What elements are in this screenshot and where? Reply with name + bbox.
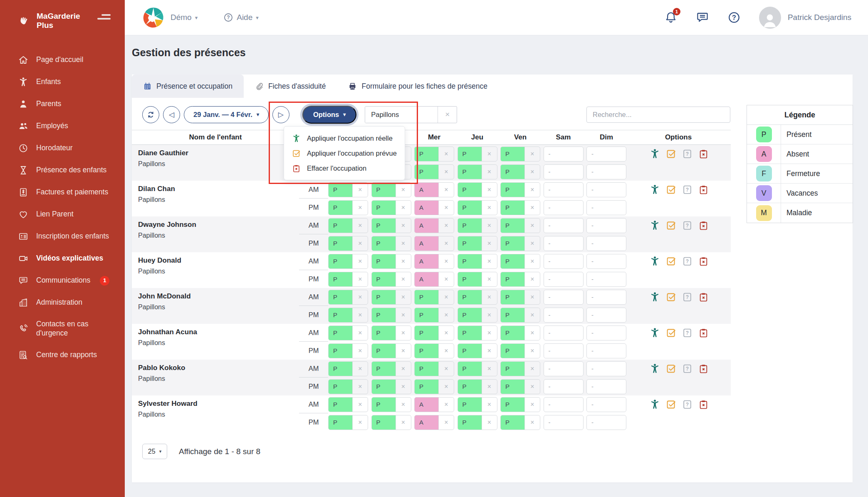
attendance-cell-empty[interactable]: - xyxy=(586,308,626,323)
clear-attendance-icon[interactable]: × xyxy=(352,326,368,340)
clear-filter-icon[interactable]: × xyxy=(438,107,457,123)
attendance-value[interactable]: P xyxy=(458,290,482,304)
question-box-icon[interactable]: ? xyxy=(682,149,692,159)
attendance-cell-empty[interactable]: - xyxy=(586,182,626,197)
date-range-button[interactable]: 29 Janv. — 4 Févr. ▾ xyxy=(184,106,269,123)
apply-real-occupation-icon[interactable] xyxy=(650,149,660,159)
attendance-cell-empty[interactable]: - xyxy=(544,361,584,376)
clear-attendance-icon[interactable]: × xyxy=(438,415,454,430)
attendance-cell-empty[interactable]: - xyxy=(544,200,584,215)
attendance-value[interactable]: A xyxy=(415,398,438,412)
attendance-value[interactable]: P xyxy=(372,380,396,394)
attendance-value[interactable]: P xyxy=(501,380,524,394)
attendance-value[interactable]: A xyxy=(415,415,438,430)
attendance-value[interactable]: P xyxy=(329,398,352,412)
sidebar-item-presence-des-enfants[interactable]: Présence des enfants xyxy=(0,159,125,181)
attendance-value[interactable]: P xyxy=(501,272,524,286)
sidebar-item-employes[interactable]: Employés xyxy=(0,115,125,137)
attendance-cell-empty[interactable]: - xyxy=(586,164,626,179)
attendance-cell-empty[interactable]: - xyxy=(544,379,584,394)
attendance-value[interactable]: P xyxy=(415,290,438,304)
attendance-value[interactable]: P xyxy=(458,326,482,340)
app-logo-icon[interactable] xyxy=(142,6,165,29)
clear-attendance-icon[interactable]: × xyxy=(524,398,540,412)
attendance-cell-empty[interactable]: - xyxy=(544,236,584,251)
clear-attendance-icon[interactable]: × xyxy=(396,254,411,268)
attendance-cell-empty[interactable]: - xyxy=(544,272,584,287)
attendance-cell-empty[interactable]: - xyxy=(544,290,584,305)
clear-attendance-icon[interactable]: × xyxy=(482,326,497,340)
clear-attendance-icon[interactable]: × xyxy=(524,147,540,161)
clear-attendance-icon[interactable]: × xyxy=(482,362,497,376)
attendance-value[interactable]: P xyxy=(329,380,352,394)
attendance-cell-empty[interactable]: - xyxy=(544,164,584,179)
attendance-value[interactable]: A xyxy=(415,183,438,197)
question-box-icon[interactable]: ? xyxy=(682,220,692,231)
demo-dropdown[interactable]: Démo ▾ xyxy=(171,13,198,22)
apply-planned-occupation-icon[interactable] xyxy=(666,149,676,159)
attendance-value[interactable]: P xyxy=(372,272,396,286)
attendance-value[interactable]: P xyxy=(415,380,438,394)
clear-attendance-icon[interactable]: × xyxy=(352,183,368,197)
clear-occupation-icon[interactable] xyxy=(698,149,709,159)
apply-planned-occupation-icon[interactable] xyxy=(666,328,676,338)
attendance-value[interactable]: P xyxy=(372,362,396,376)
attendance-cell-empty[interactable]: - xyxy=(544,397,584,412)
apply-real-occupation-icon[interactable] xyxy=(650,256,660,266)
sidebar-item-communications[interactable]: Communications1 xyxy=(0,270,125,292)
apply-planned-occupation-icon[interactable] xyxy=(666,220,676,231)
clear-attendance-icon[interactable]: × xyxy=(438,201,454,215)
attendance-value[interactable]: P xyxy=(458,398,482,412)
sidebar-item-lien-parent[interactable]: Lien Parent xyxy=(0,204,125,226)
attendance-cell-empty[interactable]: - xyxy=(586,415,626,430)
question-box-icon[interactable]: ? xyxy=(682,256,692,266)
notifications-bell-icon[interactable]: 1 xyxy=(664,11,678,24)
menu-item-effacer-l-occupation[interactable]: Effacer l'occupation xyxy=(284,161,405,176)
attendance-value[interactable]: P xyxy=(372,201,396,215)
group-filter-input[interactable] xyxy=(365,107,438,123)
attendance-value[interactable]: P xyxy=(329,272,352,286)
clear-attendance-icon[interactable]: × xyxy=(352,290,368,304)
clear-attendance-icon[interactable]: × xyxy=(524,380,540,394)
clear-occupation-icon[interactable] xyxy=(698,328,709,338)
clear-attendance-icon[interactable]: × xyxy=(396,362,411,376)
attendance-cell-empty[interactable]: - xyxy=(544,415,584,430)
sidebar-item-administration[interactable]: Administration xyxy=(0,292,125,314)
attendance-value[interactable]: P xyxy=(329,254,352,268)
clear-attendance-icon[interactable]: × xyxy=(396,380,411,394)
attendance-value[interactable]: P xyxy=(415,308,438,322)
clear-attendance-icon[interactable]: × xyxy=(524,290,540,304)
clear-attendance-icon[interactable]: × xyxy=(482,165,497,179)
clear-attendance-icon[interactable]: × xyxy=(438,380,454,394)
clear-attendance-icon[interactable]: × xyxy=(482,308,497,322)
attendance-value[interactable]: P xyxy=(458,272,482,286)
clear-attendance-icon[interactable]: × xyxy=(352,236,368,251)
attendance-value[interactable]: P xyxy=(501,308,524,322)
clear-attendance-icon[interactable]: × xyxy=(524,236,540,251)
aide-dropdown[interactable]: ? Aide ▾ xyxy=(223,12,259,22)
attendance-value[interactable]: A xyxy=(415,272,438,286)
attendance-cell-empty[interactable]: - xyxy=(544,326,584,340)
clear-attendance-icon[interactable]: × xyxy=(524,165,540,179)
tab-presence-et-occupation[interactable]: Présence et occupation xyxy=(132,75,244,98)
clear-attendance-icon[interactable]: × xyxy=(438,219,454,233)
attendance-value[interactable]: P xyxy=(501,219,524,233)
clear-attendance-icon[interactable]: × xyxy=(396,272,411,286)
clear-attendance-icon[interactable]: × xyxy=(438,165,454,179)
attendance-value[interactable]: P xyxy=(415,165,438,179)
clear-attendance-icon[interactable]: × xyxy=(352,362,368,376)
search-input[interactable] xyxy=(586,107,730,123)
apply-planned-occupation-icon[interactable] xyxy=(666,256,676,266)
sidebar-item-horodateur[interactable]: Horodateur xyxy=(0,137,125,159)
sidebar-item-contacts-en-cas-d-urgence[interactable]: Contacts en cas d'urgence xyxy=(0,314,125,344)
sidebar-item-centre-de-rapports[interactable]: Centre de rapports xyxy=(0,344,125,366)
clear-attendance-icon[interactable]: × xyxy=(524,362,540,376)
attendance-value[interactable]: P xyxy=(329,183,352,197)
sidebar-item-enfants[interactable]: Enfants xyxy=(0,71,125,93)
messages-icon[interactable] xyxy=(696,11,709,24)
attendance-value[interactable]: P xyxy=(501,254,524,268)
question-box-icon[interactable]: ? xyxy=(682,328,692,338)
attendance-value[interactable]: P xyxy=(329,362,352,376)
clear-occupation-icon[interactable] xyxy=(698,363,709,374)
page-size-select[interactable]: 25 ▾ xyxy=(142,444,167,459)
